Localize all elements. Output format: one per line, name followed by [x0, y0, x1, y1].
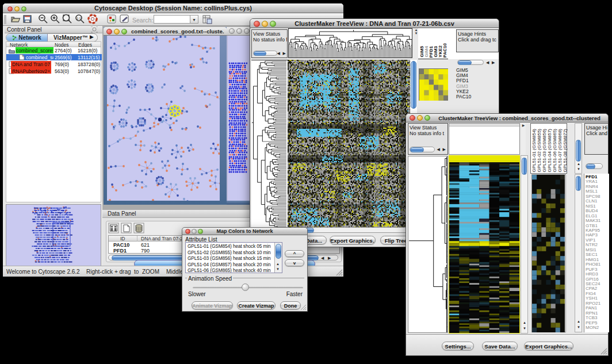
- svg-text:1:1: 1:1: [76, 17, 81, 20]
